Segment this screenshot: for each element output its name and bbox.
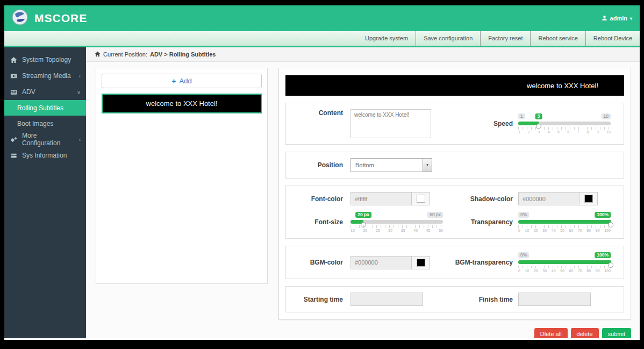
font-size-slider[interactable]: 50 px 20 px 152025303: [350, 212, 443, 232]
tick-label: 15: [350, 229, 355, 232]
tick-label: 80: [586, 229, 591, 232]
slider-track[interactable]: [350, 220, 443, 224]
position-selected-value: Bottom: [351, 162, 423, 168]
quick-action-link[interactable]: Reboot Device: [585, 31, 640, 46]
sidebar-item-label: System Topology: [22, 56, 71, 63]
quick-action-link[interactable]: Factory reset: [480, 31, 530, 46]
speed-max-badge: 10: [602, 113, 611, 119]
finish-time-label: Finish time: [455, 296, 513, 303]
content-speed-group: Content welcome to XXX Hotel! Speed 1 10…: [285, 103, 624, 145]
subtitle-list-panel: + Add welcome to XXX Hotel!: [96, 68, 268, 284]
submit-button[interactable]: submit: [602, 328, 631, 338]
main-area: Current Position: ADV > Rolling Subtitle…: [86, 47, 640, 338]
sidebar-item-sys-information[interactable]: Sys Information: [4, 147, 86, 163]
user-menu[interactable]: admin ▾: [602, 15, 632, 22]
speed-min-badge: 1: [518, 113, 525, 119]
add-button[interactable]: + Add: [102, 74, 262, 88]
subtitle-preview-text: welcome to XXX Hotel!: [527, 82, 598, 90]
slider-track[interactable]: [518, 260, 611, 264]
sidebar-item-system-topology[interactable]: System Topology: [4, 52, 86, 68]
delete-button[interactable]: delete: [571, 328, 599, 338]
tick-label: 30: [542, 269, 547, 273]
quick-actions-bar: Upgrade system Save configuration Factor…: [4, 31, 640, 47]
sidebar-item-adv[interactable]: ADV ∨: [4, 84, 86, 100]
tick-label: 5: [557, 130, 560, 134]
sidebar-item-rolling-subtitles[interactable]: Rolling Subtitles: [4, 100, 86, 116]
brand[interactable]: MSCORE: [12, 9, 87, 27]
tick-label: 1: [518, 130, 520, 134]
font-color-swatch-button[interactable]: [411, 193, 430, 205]
content-textarea[interactable]: welcome to XXX Hotel!: [350, 109, 431, 138]
shadow-color-swatch-button[interactable]: [579, 193, 597, 205]
chevron-down-icon: ∨: [77, 89, 81, 95]
sidebar-item-label: Rolling Subtitles: [17, 104, 63, 112]
font-color-swatch: [417, 195, 425, 203]
starting-time-input[interactable]: [350, 293, 423, 306]
tick-label: 20: [534, 269, 538, 273]
chevron-left-icon: ‹: [79, 73, 81, 79]
transparency-min-badge: 0%: [518, 212, 529, 218]
tick-label: 40: [552, 269, 556, 273]
home-icon: [95, 51, 101, 58]
slider-fill: [518, 260, 611, 264]
bgm-transparency-value-badge: 100%: [595, 252, 611, 258]
tick-label: 100: [604, 229, 611, 232]
shadow-color-label: Shadow-color: [455, 195, 513, 203]
speed-label: Speed: [455, 120, 513, 127]
position-select[interactable]: Bottom ▼: [350, 158, 432, 172]
tick-label: 50: [439, 229, 443, 232]
breadcrumb-prefix: Current Position:: [103, 51, 147, 58]
tick-label: 0: [518, 269, 520, 273]
speed-slider[interactable]: 1 10 3: [518, 113, 611, 134]
tick-label: 40: [552, 229, 556, 232]
quick-actions-links: Upgrade system Save configuration Factor…: [357, 31, 640, 46]
sidebar-item-label: More Configuration: [22, 132, 74, 147]
brand-title: MSCORE: [34, 12, 87, 25]
sidebar: System Topology Streaming Media ‹ ADV ∨ …: [4, 47, 86, 338]
sidebar-item-label: ADV: [22, 88, 35, 96]
tick-label: 10: [525, 269, 529, 273]
tick-label: 80: [586, 269, 591, 273]
slider-track[interactable]: [518, 220, 611, 224]
sidebar-item-streaming-media[interactable]: Streaming Media ‹: [4, 68, 86, 84]
tick-label: 50: [560, 229, 564, 232]
bgm-transparency-label: BGM-transparency: [455, 259, 513, 266]
tick-label: 4: [548, 130, 550, 134]
tick-label: 7: [577, 130, 579, 134]
tick-label: 8: [587, 130, 589, 134]
font-size-value-badge: 20 px: [355, 212, 371, 218]
subtitle-list-item[interactable]: welcome to XXX Hotel!: [102, 94, 262, 113]
tick-label: 20: [534, 229, 538, 232]
app-window: MSCORE admin ▾ Upgrade system Save confi…: [4, 5, 640, 340]
position-label: Position: [290, 161, 343, 169]
bgm-color-swatch-button[interactable]: [411, 257, 430, 269]
tick-label: 25: [376, 229, 380, 232]
quick-action-link[interactable]: Save configuration: [416, 31, 480, 46]
bgm-transparency-slider[interactable]: 0% 100% 0102030405060: [518, 252, 611, 273]
font-color-input[interactable]: [351, 193, 411, 205]
slider-track[interactable]: [518, 122, 611, 125]
delete-all-button[interactable]: Dlete all: [534, 328, 568, 338]
tick-label: 60: [569, 269, 574, 273]
quick-action-link[interactable]: Reboot service: [530, 31, 585, 46]
quick-action-link[interactable]: Upgrade system: [357, 31, 416, 46]
breadcrumb: Current Position: ADV > Rolling Subtitle…: [86, 47, 640, 62]
breadcrumb-path: ADV > Rolling Subtitles: [150, 51, 216, 58]
tick-label: 45: [426, 229, 431, 232]
shadow-color-input-group: [518, 192, 598, 205]
sidebar-item-more-configuration[interactable]: More Configuration ‹: [4, 131, 86, 147]
tick-label: 6: [567, 130, 569, 134]
finish-time-input[interactable]: [518, 293, 591, 306]
user-name: admin: [610, 15, 627, 22]
sidebar-item-label: Boot Images: [17, 120, 53, 127]
transparency-slider[interactable]: 0% 100% 0102030405060: [518, 212, 611, 232]
globe-logo-icon: [12, 9, 28, 27]
select-arrow-icon[interactable]: ▼: [423, 159, 432, 172]
bgm-color-input[interactable]: [351, 257, 411, 269]
action-buttons: Dlete all delete submit: [86, 328, 631, 338]
tick-label: 30: [542, 229, 547, 232]
sidebar-item-boot-images[interactable]: Boot Images: [4, 116, 86, 131]
bgm-transparency-min-badge: 0%: [518, 252, 529, 258]
shadow-color-input[interactable]: [519, 193, 579, 205]
app-header: MSCORE admin ▾: [4, 5, 640, 31]
